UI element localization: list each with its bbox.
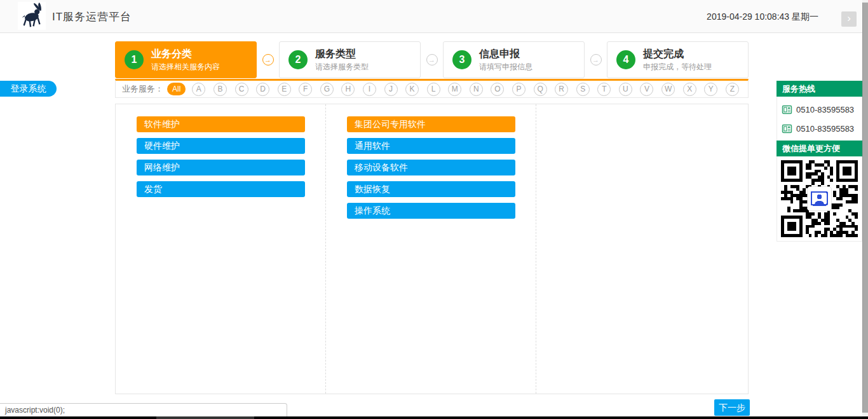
category-button[interactable]: 发货 (137, 181, 305, 197)
step-subtitle: 申报完成，等待处理 (643, 62, 712, 72)
nav-forward-button[interactable]: › (841, 11, 857, 27)
category-button[interactable]: 网络维护 (137, 160, 305, 175)
step-subtitle: 请填写申报信息 (479, 62, 532, 72)
wechat-header: 微信提单更方便 (776, 141, 862, 156)
letter-filter-J[interactable]: J (384, 83, 398, 96)
step-connector: → (257, 54, 279, 65)
step-texts: 提交完成申报完成，等待处理 (643, 48, 712, 72)
goat-logo-icon (18, 2, 46, 30)
step-texts: 业务分类请选择相关服务内容 (151, 48, 220, 72)
scrollbar-thumb[interactable] (862, 3, 868, 413)
letter-filter-E[interactable]: E (278, 83, 291, 96)
chevron-right-icon: › (847, 12, 851, 24)
letter-filter-R[interactable]: R (555, 83, 568, 96)
category-button[interactable]: 通用软件 (347, 138, 515, 154)
wizard-step-4[interactable]: 4提交完成申报完成，等待处理 (607, 41, 749, 78)
service-filter-bar: 业务服务： All ABCDEFGHIJKLMNOPQRSTUVWXYZ (115, 79, 749, 98)
letter-filter-U[interactable]: U (619, 83, 632, 96)
letter-filter-I[interactable]: I (363, 83, 376, 96)
letter-filter-G[interactable]: G (320, 83, 334, 96)
phone-row: 0510-83595583 (777, 119, 862, 138)
taskbar-segment (156, 416, 254, 419)
letter-filter-V[interactable]: V (640, 83, 653, 96)
letter-filter-T[interactable]: T (597, 83, 611, 96)
step-number-badge: 2 (288, 50, 308, 69)
fax-phone-icon (782, 104, 792, 115)
category-button[interactable]: 操作系统 (347, 203, 515, 219)
arrow-right-icon: → (590, 54, 602, 65)
taskbar-edge (0, 416, 868, 419)
category-column: 软件维护硬件维护网络维护发货 (116, 104, 326, 394)
step-number-badge: 3 (452, 50, 471, 69)
letter-filter-P[interactable]: P (512, 83, 526, 96)
app-header: IT服务运营平台 2019-04-29 10:08:43 星期一 › (0, 0, 868, 33)
right-sidebar: 服务热线 0510-83595583 0510-83595583 微信提单更方便 (776, 81, 862, 242)
letter-filter-S[interactable]: S (576, 83, 590, 96)
hotline-list: 0510-83595583 0510-83595583 (777, 97, 862, 141)
letter-filter-Y[interactable]: Y (704, 83, 717, 96)
phone-number: 0510-83595583 (796, 124, 854, 134)
letter-filter-L[interactable]: L (427, 83, 440, 96)
letter-filter-M[interactable]: M (448, 83, 461, 96)
datetime-text: 2019-04-29 10:08:43 星期一 (707, 11, 818, 23)
letter-filter-X[interactable]: X (683, 83, 696, 96)
login-system-button[interactable]: 登录系统 (0, 81, 57, 97)
letter-filter-Q[interactable]: Q (534, 83, 547, 96)
step-title: 业务分类 (151, 48, 220, 60)
step-subtitle: 请选择相关服务内容 (151, 62, 220, 72)
letter-filters: ABCDEFGHIJKLMNOPQRSTUVWXYZ (192, 83, 748, 96)
next-step-button[interactable]: 下一步 (714, 399, 750, 416)
step-subtitle: 请选择服务类型 (315, 62, 369, 72)
vertical-scrollbar[interactable] (862, 0, 868, 419)
letter-filter-C[interactable]: C (235, 83, 248, 96)
hotline-header: 服务热线 (776, 81, 862, 97)
category-button[interactable]: 硬件维护 (137, 138, 305, 154)
letter-filter-N[interactable]: N (470, 83, 483, 96)
step-title: 服务类型 (315, 48, 369, 60)
step-title: 信息申报 (479, 48, 532, 60)
letter-filter-K[interactable]: K (405, 83, 419, 96)
filter-all-button[interactable]: All (167, 83, 186, 95)
letter-filter-H[interactable]: H (341, 83, 355, 96)
letter-filter-D[interactable]: D (256, 83, 269, 96)
status-bar-link-preview: javascript:void(0); (0, 403, 287, 417)
step-number-badge: 1 (125, 50, 144, 69)
content-panel: 软件维护硬件维护网络维护发货 集团公司专用软件通用软件移动设备软件数据恢复操作系… (115, 104, 749, 394)
category-button[interactable]: 移动设备软件 (347, 160, 515, 175)
fax-phone-icon (782, 123, 792, 134)
step-connector: → (421, 54, 443, 65)
wizard-steps: 1业务分类请选择相关服务内容→2服务类型请选择服务类型→3信息申报请填写申报信息… (115, 41, 749, 78)
letter-filter-F[interactable]: F (299, 83, 312, 96)
step-texts: 信息申报请填写申报信息 (479, 48, 532, 72)
category-button[interactable]: 软件维护 (137, 116, 305, 132)
letter-filter-B[interactable]: B (214, 83, 227, 96)
step-texts: 服务类型请选择服务类型 (315, 48, 369, 72)
letter-filter-A[interactable]: A (192, 83, 205, 96)
phone-row: 0510-83595583 (777, 100, 862, 119)
wizard-step-2[interactable]: 2服务类型请选择服务类型 (279, 41, 421, 78)
subcategory-column: 集团公司专用软件通用软件移动设备软件数据恢复操作系统 (326, 104, 536, 394)
category-button[interactable]: 集团公司专用软件 (347, 116, 515, 132)
wizard-step-1[interactable]: 1业务分类请选择相关服务内容 (115, 41, 257, 78)
step-number-badge: 4 (616, 50, 635, 69)
arrow-right-icon: → (262, 54, 274, 65)
letter-filter-Z[interactable]: Z (726, 83, 739, 96)
wechat-qr-code (777, 156, 862, 241)
app-title: IT服务运营平台 (52, 10, 132, 24)
phone-number: 0510-83595583 (796, 105, 854, 114)
empty-column (536, 104, 748, 394)
wizard-step-3[interactable]: 3信息申报请填写申报信息 (443, 41, 585, 78)
step-title: 提交完成 (643, 48, 712, 60)
letter-filter-O[interactable]: O (491, 83, 504, 96)
category-button[interactable]: 数据恢复 (347, 181, 515, 197)
arrow-right-icon: → (426, 54, 438, 65)
step-connector: → (585, 54, 607, 65)
filter-label: 业务服务： (122, 83, 163, 95)
letter-filter-W[interactable]: W (661, 83, 675, 96)
